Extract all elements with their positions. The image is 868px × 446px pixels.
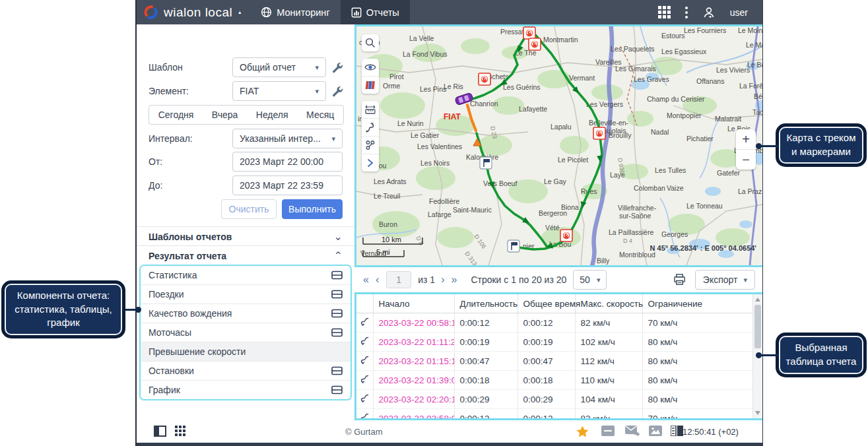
speeding-marker[interactable]: [523, 27, 535, 39]
tab-monitoring[interactable]: Мониторинг: [250, 0, 340, 24]
speeding-marker[interactable]: [529, 38, 541, 50]
table-icon[interactable]: [331, 271, 343, 280]
table-icon[interactable]: [331, 385, 343, 395]
rows-range-label: Строки с 1 по 20 из 20: [471, 274, 566, 285]
section-report-templates[interactable]: Шаблоны отчетов ⌄: [137, 226, 354, 246]
zoom-in-button[interactable]: +: [736, 129, 756, 150]
to-datetime-input[interactable]: 2023 Март 22 23:59: [232, 175, 343, 195]
map-source-icon[interactable]: [362, 76, 379, 94]
map-place-label: Les Vergers: [586, 100, 623, 108]
flag-marker[interactable]: [508, 240, 519, 252]
quick-range-button-2[interactable]: Вчера: [209, 110, 241, 120]
row-track-icon[interactable]: [356, 409, 373, 421]
map-place-label: Georges: [661, 230, 688, 238]
cell-start-time[interactable]: 2023-03-22 02:20:14: [373, 390, 454, 409]
column-header[interactable]: Длительность: [454, 294, 517, 313]
column-header[interactable]: Начало: [373, 294, 454, 313]
table-icon[interactable]: [331, 309, 343, 318]
row-track-icon[interactable]: [356, 371, 373, 390]
unit-select[interactable]: FIAT▾: [232, 81, 326, 101]
unit-settings-wrench-icon[interactable]: [330, 84, 343, 98]
report-component-item-5[interactable]: Превышение скорости: [141, 342, 351, 362]
ruler-icon[interactable]: [362, 101, 379, 118]
template-settings-wrench-icon[interactable]: [330, 61, 343, 74]
page-size-select[interactable]: 50▾: [573, 270, 607, 290]
cell-start-time[interactable]: 2023-03-22 00:58:11: [373, 313, 454, 333]
next-page-button[interactable]: ›: [438, 274, 448, 286]
clear-button[interactable]: Очистить: [221, 199, 277, 219]
scroll-down-arrow[interactable]: [755, 411, 760, 415]
speeding-marker[interactable]: [479, 73, 490, 85]
map-place-label: Lafayette: [519, 105, 547, 113]
speeding-marker[interactable]: [593, 127, 605, 139]
cell-start-time[interactable]: 2023-03-22 01:11:21: [373, 333, 454, 352]
report-component-item-3[interactable]: Качество вождения: [141, 304, 351, 323]
track-route-icon[interactable]: [362, 118, 379, 136]
split-view-icon[interactable]: [671, 426, 683, 439]
gallery-image-icon[interactable]: [649, 426, 662, 439]
execute-button[interactable]: Выполнить: [282, 199, 343, 219]
map-place-label: Le Brû: [747, 61, 762, 69]
section-report-result[interactable]: Результат отчета ⌃: [137, 245, 354, 265]
visibility-eye-icon[interactable]: [362, 59, 379, 76]
quick-range-button-3[interactable]: Неделя: [253, 110, 291, 120]
row-track-icon[interactable]: [356, 352, 373, 371]
map-place-label: Bergeron: [539, 209, 567, 217]
table-icon[interactable]: [331, 328, 343, 337]
export-button[interactable]: Экспорт▾: [695, 270, 755, 290]
row-track-icon[interactable]: [356, 390, 373, 409]
map-place-label: Pressat: [500, 28, 524, 36]
scroll-up-arrow[interactable]: [755, 298, 760, 302]
table-icon[interactable]: [331, 366, 343, 375]
cell-value: 0:00:29: [454, 390, 517, 409]
row-track-icon[interactable]: [356, 333, 373, 352]
from-datetime-input[interactable]: 2023 Март 22 00:00: [232, 152, 343, 172]
user-name[interactable]: user: [730, 7, 748, 18]
row-track-icon[interactable]: [356, 313, 373, 333]
page-number-input[interactable]: 1: [386, 271, 411, 288]
column-header[interactable]: Макс. скорость: [575, 294, 642, 313]
cell-start-time[interactable]: 2023-03-22 01:39:08: [373, 371, 454, 390]
zoom-out-button[interactable]: −: [736, 150, 756, 170]
print-button[interactable]: [673, 274, 686, 286]
quick-range-button-4[interactable]: Месяц: [304, 110, 337, 120]
quick-range-button-1[interactable]: Сегодня: [156, 110, 197, 120]
speeding-marker[interactable]: [560, 230, 572, 241]
user-icon[interactable]: [702, 6, 716, 19]
map-canvas[interactable]: PressatMontmartinEstoursLes FourniersLe …: [356, 26, 762, 265]
first-page-button[interactable]: «: [360, 274, 372, 286]
prev-page-button[interactable]: ‹: [372, 274, 382, 286]
apps-grid-icon[interactable]: [658, 6, 671, 18]
notifications-card-icon[interactable]: [601, 426, 615, 439]
report-component-item-1[interactable]: Статистика: [141, 266, 351, 285]
cell-start-time[interactable]: 2023-03-22 01:15:15: [373, 352, 454, 371]
last-page-button[interactable]: »: [448, 274, 460, 286]
map-place-label: Le Mane: [746, 41, 762, 49]
column-header[interactable]: Ограничение: [642, 294, 753, 313]
flag-marker[interactable]: [480, 157, 492, 169]
column-header[interactable]: Общее время: [517, 294, 575, 313]
scrollbar-thumb[interactable]: [754, 305, 761, 348]
report-component-item-2[interactable]: Поездки: [141, 285, 351, 304]
table-icon[interactable]: [331, 290, 343, 299]
template-select[interactable]: Общий отчет▾: [232, 57, 326, 77]
tab-reports[interactable]: Отчеты: [341, 0, 410, 24]
cell-start-time[interactable]: 2023-03-22 03:58:09: [373, 409, 454, 421]
report-component-item-7[interactable]: График: [141, 381, 351, 399]
expand-tools-chevron-icon[interactable]: [362, 154, 379, 172]
messages-envelope-icon[interactable]: [625, 426, 640, 439]
map[interactable]: PressatMontmartinEstoursLes FourniersLe …: [354, 24, 763, 267]
search-icon[interactable]: [362, 34, 379, 51]
from-label: От:: [149, 156, 162, 167]
favorites-star-icon[interactable]: [576, 426, 589, 440]
cell-value: 80 км/ч: [642, 352, 753, 371]
table-header-row: Начало Длительность Общее время Макс. ск…: [356, 294, 753, 313]
interval-select[interactable]: Указанный интер...▾: [232, 129, 343, 148]
report-component-item-4[interactable]: Моточасы: [141, 323, 351, 342]
more-menu-icon[interactable]: [685, 7, 688, 18]
apps-grid-icon[interactable]: [175, 426, 186, 439]
toggle-panel-icon[interactable]: [154, 426, 166, 439]
page: wialon local▴ Мониторинг Отчеты: [0, 0, 868, 446]
geofence-nodes-icon[interactable]: [362, 136, 379, 154]
report-component-item-6[interactable]: Остановки: [141, 362, 351, 381]
